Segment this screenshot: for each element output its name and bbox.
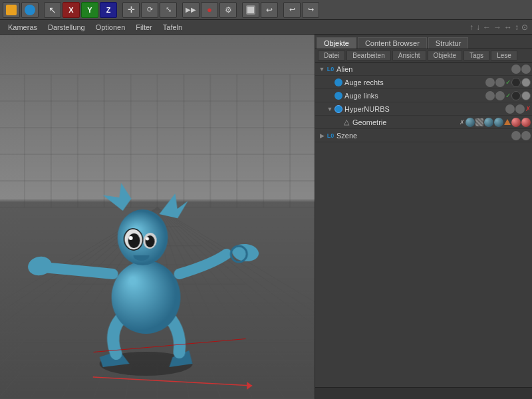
x-axis-button[interactable]: X — [63, 2, 80, 18]
subtab-objekte[interactable]: Objekte — [428, 51, 462, 61]
menu-optionen[interactable]: Optionen — [90, 22, 131, 33]
row-icons-auge-rechts: ✓ — [426, 78, 532, 87]
label-auge-links: Auge links — [344, 92, 426, 100]
icon-auge-rechts — [334, 78, 343, 87]
mat-tri[interactable] — [504, 119, 511, 125]
viewport[interactable] — [0, 35, 315, 399]
settings-button[interactable]: ⚙ — [219, 2, 237, 18]
panel-tabs: Objekte Content Browser Struktur — [315, 35, 532, 49]
dot1-alien[interactable] — [511, 65, 521, 74]
create-nurbs-button[interactable]: ↩ — [261, 2, 278, 18]
right-panel: Objekte Content Browser Struktur Datei B… — [315, 35, 532, 399]
expand-alien[interactable]: ▼ — [318, 65, 326, 73]
subtab-bearbeiten[interactable]: Bearbeiten — [346, 51, 390, 61]
row-icons-hypernurbs: ✗ — [426, 104, 532, 114]
cross-hypernurbs: ✗ — [525, 105, 531, 112]
record-button[interactable]: ● — [201, 2, 218, 18]
row-icons-geometrie: ✗ — [426, 118, 532, 127]
dot2-auge-links[interactable] — [495, 91, 505, 100]
dot2-szene[interactable] — [521, 131, 531, 140]
redo-button[interactable]: ↪ — [302, 2, 319, 18]
mat-checker[interactable] — [475, 118, 483, 126]
check-auge-links: ✓ — [505, 92, 511, 99]
dot2-hypernurbs[interactable] — [515, 104, 525, 114]
undo-button[interactable]: ↩ — [283, 2, 301, 18]
subtab-datei[interactable]: Datei — [318, 51, 345, 61]
y-axis-button[interactable]: Y — [81, 2, 98, 18]
dot2-auge-rechts[interactable] — [495, 78, 505, 87]
label-geometrie: Geometrie — [352, 118, 426, 126]
row-icons-alien — [426, 65, 532, 74]
tab-struktur[interactable]: Struktur — [428, 37, 469, 49]
create-object-button[interactable] — [242, 2, 259, 18]
row-icons-szene — [426, 131, 532, 140]
label-hypernurbs: HyperNURBS — [344, 105, 426, 113]
subtab-lese[interactable]: Lese — [491, 51, 517, 61]
tab-content-browser[interactable]: Content Browser — [358, 37, 427, 49]
row-icons-auge-links: ✓ — [426, 91, 532, 100]
expand-szene[interactable]: ▶ — [318, 132, 326, 140]
tree-row-auge-links[interactable]: ▶ Auge links ✓ — [315, 89, 532, 102]
mat-ball-2[interactable] — [484, 118, 493, 127]
play-button[interactable]: ▶▶ — [182, 2, 200, 18]
expand-hypernurbs[interactable]: ▼ — [326, 105, 334, 113]
dot2-alien[interactable] — [521, 65, 531, 74]
label-alien: Alien — [336, 65, 426, 73]
x-geometrie: ✗ — [460, 119, 465, 126]
main-area: Objekte Content Browser Struktur Datei B… — [0, 35, 532, 399]
nav-arrow-right[interactable]: → — [492, 23, 503, 32]
icon-hypernurbs — [334, 104, 343, 114]
new-scene-button[interactable] — [3, 2, 20, 18]
panel-status — [315, 387, 532, 399]
mat-ball-1[interactable] — [466, 118, 475, 127]
nav-arrow-down[interactable]: ↓ — [475, 23, 481, 32]
subtab-ansicht[interactable]: Ansicht — [392, 51, 426, 61]
mat-ball-red-1[interactable] — [511, 118, 521, 127]
material1-auge-rechts[interactable] — [511, 78, 521, 87]
menu-darstellung[interactable]: Darstellung — [43, 22, 90, 33]
menu-bar: Kameras Darstellung Optionen Filter Tafe… — [0, 20, 532, 35]
nav-pan-h[interactable]: ↔ — [503, 23, 513, 32]
tree-row-szene[interactable]: ▶ L0 Szene — [315, 129, 532, 142]
icon-szene: L0 — [326, 131, 335, 140]
material2-auge-rechts[interactable] — [521, 78, 531, 87]
icon-geometrie: △ — [342, 118, 351, 127]
dot1-szene[interactable] — [511, 131, 521, 140]
material1-auge-links[interactable] — [511, 91, 521, 100]
tree-row-hypernurbs[interactable]: ▼ HyperNURBS ✗ — [315, 102, 532, 116]
icon-auge-links — [334, 91, 343, 100]
objects-subtabs: Datei Bearbeiten Ansicht Objekte Tags Le… — [315, 49, 532, 63]
check-auge-rechts: ✓ — [505, 78, 511, 86]
material2-auge-links[interactable] — [521, 91, 531, 100]
top-toolbar: ↖ X Y Z ✛ ⟳ ⤡ ▶▶ ● ⚙ ↩ ↩ ↪ — [0, 0, 532, 20]
tab-objekte[interactable]: Objekte — [317, 37, 356, 49]
dot1-auge-rechts[interactable] — [485, 78, 495, 87]
label-szene: Szene — [336, 132, 426, 140]
mat-ball-red-2[interactable] — [521, 118, 531, 127]
nav-pan-v[interactable]: ↕ — [513, 23, 520, 32]
menu-kameras[interactable]: Kameras — [3, 22, 43, 33]
objects-list: ▼ L0 Alien ▶ Auge rechts ✓ — [315, 63, 532, 387]
menu-tafeln[interactable]: Tafeln — [158, 22, 188, 33]
nav-zoom[interactable]: ⊙ — [520, 23, 529, 32]
icon-alien: L0 — [326, 65, 335, 74]
move-tool-button[interactable]: ✛ — [122, 2, 140, 18]
rotate-tool-button[interactable]: ⟳ — [141, 2, 158, 18]
nav-arrow-left[interactable]: ← — [481, 23, 492, 32]
subtab-tags[interactable]: Tags — [464, 51, 489, 61]
menu-filter[interactable]: Filter — [130, 22, 157, 33]
dot1-hypernurbs[interactable] — [505, 104, 515, 114]
tree-row-geometrie[interactable]: ▶ △ Geometrie ✗ — [315, 116, 532, 129]
label-auge-rechts: Auge rechts — [344, 78, 426, 86]
open-button[interactable] — [21, 2, 39, 18]
tree-row-auge-rechts[interactable]: ▶ Auge rechts ✓ — [315, 76, 532, 89]
cursor-tool-button[interactable]: ↖ — [44, 2, 61, 18]
mat-ball-3[interactable] — [494, 118, 503, 127]
tree-row-alien[interactable]: ▼ L0 Alien — [315, 63, 532, 76]
scale-tool-button[interactable]: ⤡ — [160, 2, 177, 18]
dot1-auge-links[interactable] — [485, 91, 495, 100]
nav-arrow-up[interactable]: ↑ — [468, 23, 475, 32]
z-axis-button[interactable]: Z — [100, 2, 117, 18]
